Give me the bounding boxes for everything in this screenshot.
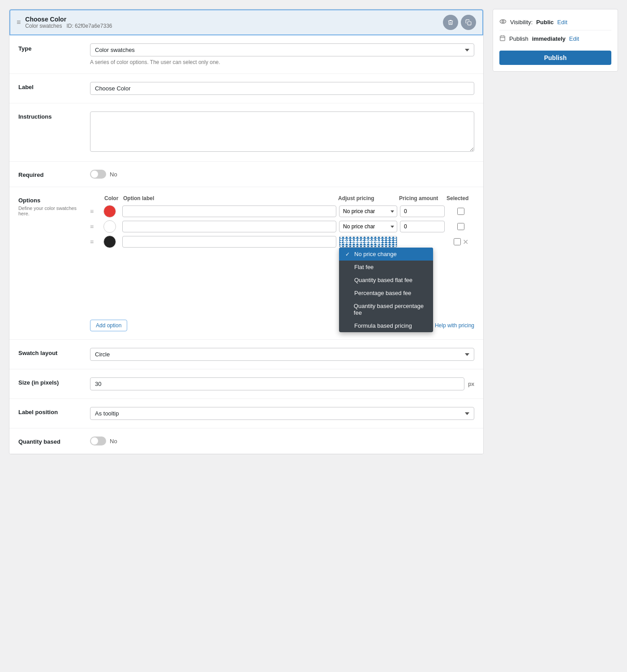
size-suffix: px [468,381,474,387]
quantity-based-toggle-label: No [110,438,117,445]
label-row: Label [9,74,483,103]
type-select[interactable]: Color swatches Dropdown Checkboxes Radio… [90,43,474,56]
row2-label-input[interactable] [122,221,336,232]
col-selected: Selected [447,195,473,201]
options-label: Options Define your color swatches here. [18,195,81,216]
dropdown-item-pct-fee[interactable]: Percentage based fee [339,287,433,300]
svg-point-2 [502,21,504,22]
delete-button[interactable] [443,15,458,30]
quantity-based-label: Quantity based [18,437,81,445]
required-toggle[interactable] [90,170,106,179]
visibility-label: Visibility: [510,19,533,26]
field-subtitle: Color swatches ID: 62f0e7a6e7336 [25,23,112,29]
field-title: Choose Color [25,16,112,23]
size-input[interactable] [90,377,464,390]
svg-rect-0 [468,21,471,25]
row2-selected-checkbox[interactable] [457,223,464,230]
options-content: Color Option label Adjust pricing Pricin… [90,195,474,331]
instructions-label: Instructions [18,111,81,120]
col-option-label: Option label [123,195,335,201]
row2-pricing-select[interactable]: No price char Flat fee Quantity based fl… [339,221,397,232]
options-sublabel: Define your color swatches here. [18,205,81,216]
instructions-content [90,111,474,153]
col-adjust-pricing: Adjust pricing [338,195,396,201]
add-option-button[interactable]: Add option [90,320,127,331]
size-content: px [90,377,474,390]
dropdown-item-formula[interactable]: Formula based pricing [339,319,433,332]
col-color: Color [104,195,120,201]
type-content: Color swatches Dropdown Checkboxes Radio… [90,43,474,65]
row2-amount-input[interactable] [400,221,445,232]
publish-immediately: immediately [532,35,566,42]
required-content: No [90,170,474,179]
field-body: Type Color swatches Dropdown Checkboxes … [9,35,483,454]
svg-rect-3 [500,36,505,41]
publish-row: Publish immediately Edit [499,32,611,45]
label-position-select[interactable]: As tooltip Below swatch Hidden [90,407,474,420]
label-content [90,82,474,95]
quantity-based-toggle[interactable] [90,437,106,445]
label-input[interactable] [90,82,474,95]
row1-label-input[interactable] [122,205,336,217]
dropdown-item-qty-pct[interactable]: Quantity based percentage fee [339,300,433,319]
col-pricing-amount: Pricing amount [399,195,444,201]
row1-pricing-select[interactable]: No price char Flat fee Quantity based fl… [339,205,397,217]
row3-delete-button[interactable]: ✕ [463,238,468,246]
field-header-actions [443,15,476,30]
row3-selected-checkbox[interactable] [454,238,461,245]
size-row: Size (in pixels) px [9,369,483,399]
svg-point-1 [500,20,506,23]
dropdown-item-no-price-change[interactable]: ✓ No price change [339,248,433,261]
option-row-1: ≡ No price char Flat fee Quantity based … [90,205,474,218]
publish-box: Visibility: Public Edit Publish immediat… [493,9,618,72]
swatch-layout-label: Swatch layout [18,348,81,356]
option-row-2: ≡ No price char Flat fee Quantity based … [90,220,474,233]
row3-label-input[interactable] [122,236,336,248]
visibility-edit-link[interactable]: Edit [557,19,567,26]
label-field-label: Label [18,82,81,90]
row1-selected-checkbox[interactable] [457,208,464,215]
row3-pricing-select[interactable]: No price change Flat fee Quantity based … [339,236,397,248]
option-row-3: ≡ No price change Flat fee Quantity base… [90,235,474,248]
dropdown-item-qty-flat[interactable]: Quantity based flat fee [339,274,433,287]
publish-button[interactable]: Publish [499,51,611,65]
instructions-row: Instructions [9,103,483,162]
swatch-layout-select[interactable]: Circle Square Round square [90,348,474,361]
pricing-dropdown-menu: ✓ No price change Flat fee Quantity base [339,248,433,332]
row3-drag-icon[interactable]: ≡ [90,238,101,245]
visibility-row: Visibility: Public Edit [499,16,611,28]
quantity-based-row: Quantity based No [9,428,483,454]
options-table-header: Color Option label Adjust pricing Pricin… [90,195,474,201]
label-position-row: Label position As tooltip Below swatch H… [9,399,483,428]
row1-amount-input[interactable] [400,205,445,217]
publish-label: Publish [509,35,528,42]
row1-color-swatch[interactable] [103,205,116,218]
row2-color-swatch[interactable] [103,220,116,233]
type-row: Type Color swatches Dropdown Checkboxes … [9,35,483,74]
field-header: ≡ Choose Color Color swatches ID: 62f0e7… [9,9,483,35]
row3-color-swatch[interactable] [103,235,116,248]
visibility-icon [499,18,507,26]
label-position-content: As tooltip Below swatch Hidden [90,407,474,420]
label-position-label: Label position [18,407,81,415]
help-with-pricing-link[interactable]: Help with pricing [435,322,474,329]
size-label: Size (in pixels) [18,377,81,386]
sidebar: Visibility: Public Edit Publish immediat… [493,9,618,72]
swatch-layout-row: Swatch layout Circle Square Round square [9,340,483,369]
swatch-layout-content: Circle Square Round square [90,348,474,361]
required-row: Required No [9,162,483,187]
type-description: A series of color options. The user can … [90,59,474,65]
visibility-value: Public [536,19,554,26]
dropdown-item-flat-fee[interactable]: Flat fee [339,261,433,274]
publish-edit-link[interactable]: Edit [569,35,579,42]
copy-button[interactable] [461,15,476,30]
instructions-textarea[interactable] [90,111,474,152]
required-toggle-label: No [110,171,117,178]
quantity-based-content: No [90,437,474,445]
row2-drag-icon[interactable]: ≡ [90,223,101,230]
drag-handle-icon[interactable]: ≡ [17,18,21,26]
type-label: Type [18,43,81,52]
options-row: Options Define your color swatches here.… [9,187,483,340]
required-label: Required [18,170,81,178]
row1-drag-icon[interactable]: ≡ [90,208,101,215]
